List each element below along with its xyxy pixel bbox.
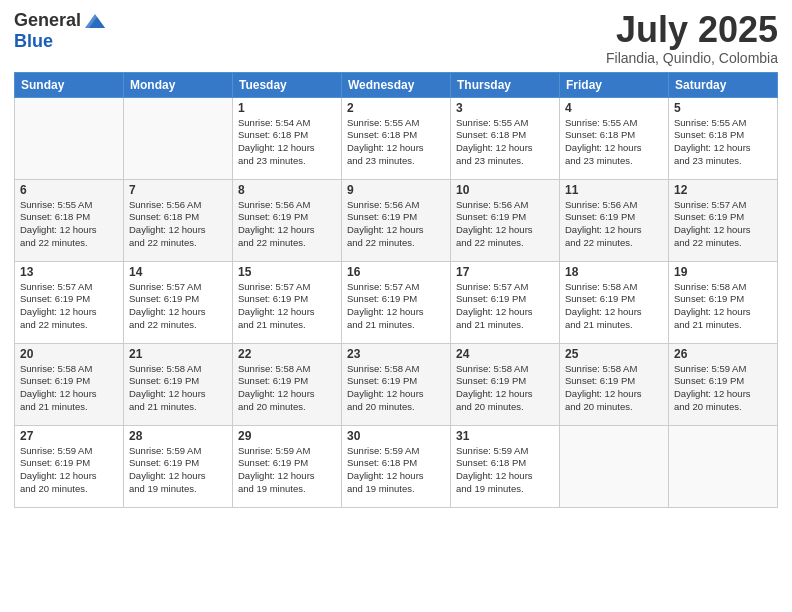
day-number: 4 xyxy=(565,101,663,115)
day-info: Sunrise: 5:56 AMSunset: 6:19 PMDaylight:… xyxy=(565,199,663,250)
calendar-cell: 6Sunrise: 5:55 AMSunset: 6:18 PMDaylight… xyxy=(15,179,124,261)
calendar-cell: 8Sunrise: 5:56 AMSunset: 6:19 PMDaylight… xyxy=(233,179,342,261)
location-title: Filandia, Quindio, Colombia xyxy=(606,50,778,66)
day-info: Sunrise: 5:59 AMSunset: 6:18 PMDaylight:… xyxy=(456,445,554,496)
logo: General Blue xyxy=(14,10,107,52)
day-number: 15 xyxy=(238,265,336,279)
calendar-cell: 17Sunrise: 5:57 AMSunset: 6:19 PMDayligh… xyxy=(451,261,560,343)
logo-general-text: General xyxy=(14,11,81,31)
calendar-cell xyxy=(124,97,233,179)
logo-icon xyxy=(83,10,107,32)
calendar-cell: 28Sunrise: 5:59 AMSunset: 6:19 PMDayligh… xyxy=(124,425,233,507)
calendar-cell: 27Sunrise: 5:59 AMSunset: 6:19 PMDayligh… xyxy=(15,425,124,507)
day-info: Sunrise: 5:55 AMSunset: 6:18 PMDaylight:… xyxy=(20,199,118,250)
day-info: Sunrise: 5:58 AMSunset: 6:19 PMDaylight:… xyxy=(347,363,445,414)
day-of-week-header: Wednesday xyxy=(342,72,451,97)
page: General Blue July 2025 Filandia, Quindio… xyxy=(0,0,792,612)
day-info: Sunrise: 5:59 AMSunset: 6:19 PMDaylight:… xyxy=(238,445,336,496)
day-info: Sunrise: 5:58 AMSunset: 6:19 PMDaylight:… xyxy=(129,363,227,414)
calendar-cell: 24Sunrise: 5:58 AMSunset: 6:19 PMDayligh… xyxy=(451,343,560,425)
day-info: Sunrise: 5:58 AMSunset: 6:19 PMDaylight:… xyxy=(674,281,772,332)
day-info: Sunrise: 5:55 AMSunset: 6:18 PMDaylight:… xyxy=(565,117,663,168)
day-number: 25 xyxy=(565,347,663,361)
day-info: Sunrise: 5:56 AMSunset: 6:19 PMDaylight:… xyxy=(238,199,336,250)
calendar-cell xyxy=(669,425,778,507)
day-number: 24 xyxy=(456,347,554,361)
calendar-cell: 19Sunrise: 5:58 AMSunset: 6:19 PMDayligh… xyxy=(669,261,778,343)
day-info: Sunrise: 5:59 AMSunset: 6:19 PMDaylight:… xyxy=(20,445,118,496)
calendar-cell: 20Sunrise: 5:58 AMSunset: 6:19 PMDayligh… xyxy=(15,343,124,425)
day-number: 8 xyxy=(238,183,336,197)
day-info: Sunrise: 5:57 AMSunset: 6:19 PMDaylight:… xyxy=(238,281,336,332)
day-number: 1 xyxy=(238,101,336,115)
calendar-cell: 22Sunrise: 5:58 AMSunset: 6:19 PMDayligh… xyxy=(233,343,342,425)
day-info: Sunrise: 5:57 AMSunset: 6:19 PMDaylight:… xyxy=(456,281,554,332)
day-number: 2 xyxy=(347,101,445,115)
calendar-cell: 3Sunrise: 5:55 AMSunset: 6:18 PMDaylight… xyxy=(451,97,560,179)
calendar-cell: 11Sunrise: 5:56 AMSunset: 6:19 PMDayligh… xyxy=(560,179,669,261)
day-number: 21 xyxy=(129,347,227,361)
day-info: Sunrise: 5:56 AMSunset: 6:19 PMDaylight:… xyxy=(456,199,554,250)
day-number: 31 xyxy=(456,429,554,443)
day-number: 22 xyxy=(238,347,336,361)
day-number: 19 xyxy=(674,265,772,279)
calendar-cell: 1Sunrise: 5:54 AMSunset: 6:18 PMDaylight… xyxy=(233,97,342,179)
day-info: Sunrise: 5:57 AMSunset: 6:19 PMDaylight:… xyxy=(674,199,772,250)
day-info: Sunrise: 5:58 AMSunset: 6:19 PMDaylight:… xyxy=(565,281,663,332)
calendar-cell: 7Sunrise: 5:56 AMSunset: 6:18 PMDaylight… xyxy=(124,179,233,261)
day-info: Sunrise: 5:57 AMSunset: 6:19 PMDaylight:… xyxy=(20,281,118,332)
calendar-cell: 30Sunrise: 5:59 AMSunset: 6:18 PMDayligh… xyxy=(342,425,451,507)
day-info: Sunrise: 5:55 AMSunset: 6:18 PMDaylight:… xyxy=(456,117,554,168)
day-number: 10 xyxy=(456,183,554,197)
calendar-cell: 10Sunrise: 5:56 AMSunset: 6:19 PMDayligh… xyxy=(451,179,560,261)
calendar-cell: 29Sunrise: 5:59 AMSunset: 6:19 PMDayligh… xyxy=(233,425,342,507)
day-info: Sunrise: 5:59 AMSunset: 6:18 PMDaylight:… xyxy=(347,445,445,496)
calendar-cell xyxy=(15,97,124,179)
calendar-cell: 12Sunrise: 5:57 AMSunset: 6:19 PMDayligh… xyxy=(669,179,778,261)
day-info: Sunrise: 5:59 AMSunset: 6:19 PMDaylight:… xyxy=(674,363,772,414)
day-info: Sunrise: 5:58 AMSunset: 6:19 PMDaylight:… xyxy=(565,363,663,414)
logo-blue-text: Blue xyxy=(14,31,53,51)
calendar-cell: 23Sunrise: 5:58 AMSunset: 6:19 PMDayligh… xyxy=(342,343,451,425)
calendar-cell: 25Sunrise: 5:58 AMSunset: 6:19 PMDayligh… xyxy=(560,343,669,425)
calendar-table: SundayMondayTuesdayWednesdayThursdayFrid… xyxy=(14,72,778,508)
day-info: Sunrise: 5:57 AMSunset: 6:19 PMDaylight:… xyxy=(129,281,227,332)
day-number: 29 xyxy=(238,429,336,443)
day-number: 28 xyxy=(129,429,227,443)
day-info: Sunrise: 5:58 AMSunset: 6:19 PMDaylight:… xyxy=(20,363,118,414)
calendar-cell: 16Sunrise: 5:57 AMSunset: 6:19 PMDayligh… xyxy=(342,261,451,343)
day-number: 16 xyxy=(347,265,445,279)
day-info: Sunrise: 5:57 AMSunset: 6:19 PMDaylight:… xyxy=(347,281,445,332)
calendar-cell: 4Sunrise: 5:55 AMSunset: 6:18 PMDaylight… xyxy=(560,97,669,179)
day-number: 7 xyxy=(129,183,227,197)
day-info: Sunrise: 5:56 AMSunset: 6:18 PMDaylight:… xyxy=(129,199,227,250)
day-number: 12 xyxy=(674,183,772,197)
day-info: Sunrise: 5:58 AMSunset: 6:19 PMDaylight:… xyxy=(456,363,554,414)
day-number: 14 xyxy=(129,265,227,279)
day-number: 9 xyxy=(347,183,445,197)
calendar-cell: 2Sunrise: 5:55 AMSunset: 6:18 PMDaylight… xyxy=(342,97,451,179)
calendar-cell xyxy=(560,425,669,507)
calendar-cell: 9Sunrise: 5:56 AMSunset: 6:19 PMDaylight… xyxy=(342,179,451,261)
calendar-week-row: 27Sunrise: 5:59 AMSunset: 6:19 PMDayligh… xyxy=(15,425,778,507)
day-info: Sunrise: 5:55 AMSunset: 6:18 PMDaylight:… xyxy=(347,117,445,168)
calendar-cell: 31Sunrise: 5:59 AMSunset: 6:18 PMDayligh… xyxy=(451,425,560,507)
day-of-week-header: Sunday xyxy=(15,72,124,97)
calendar-week-row: 20Sunrise: 5:58 AMSunset: 6:19 PMDayligh… xyxy=(15,343,778,425)
calendar-cell: 5Sunrise: 5:55 AMSunset: 6:18 PMDaylight… xyxy=(669,97,778,179)
title-block: July 2025 Filandia, Quindio, Colombia xyxy=(606,10,778,66)
calendar-header-row: SundayMondayTuesdayWednesdayThursdayFrid… xyxy=(15,72,778,97)
calendar-week-row: 6Sunrise: 5:55 AMSunset: 6:18 PMDaylight… xyxy=(15,179,778,261)
day-number: 18 xyxy=(565,265,663,279)
calendar-cell: 13Sunrise: 5:57 AMSunset: 6:19 PMDayligh… xyxy=(15,261,124,343)
day-info: Sunrise: 5:54 AMSunset: 6:18 PMDaylight:… xyxy=(238,117,336,168)
calendar-week-row: 13Sunrise: 5:57 AMSunset: 6:19 PMDayligh… xyxy=(15,261,778,343)
day-number: 27 xyxy=(20,429,118,443)
day-number: 20 xyxy=(20,347,118,361)
calendar-week-row: 1Sunrise: 5:54 AMSunset: 6:18 PMDaylight… xyxy=(15,97,778,179)
day-info: Sunrise: 5:58 AMSunset: 6:19 PMDaylight:… xyxy=(238,363,336,414)
day-info: Sunrise: 5:56 AMSunset: 6:19 PMDaylight:… xyxy=(347,199,445,250)
day-of-week-header: Monday xyxy=(124,72,233,97)
header: General Blue July 2025 Filandia, Quindio… xyxy=(14,10,778,66)
day-number: 26 xyxy=(674,347,772,361)
